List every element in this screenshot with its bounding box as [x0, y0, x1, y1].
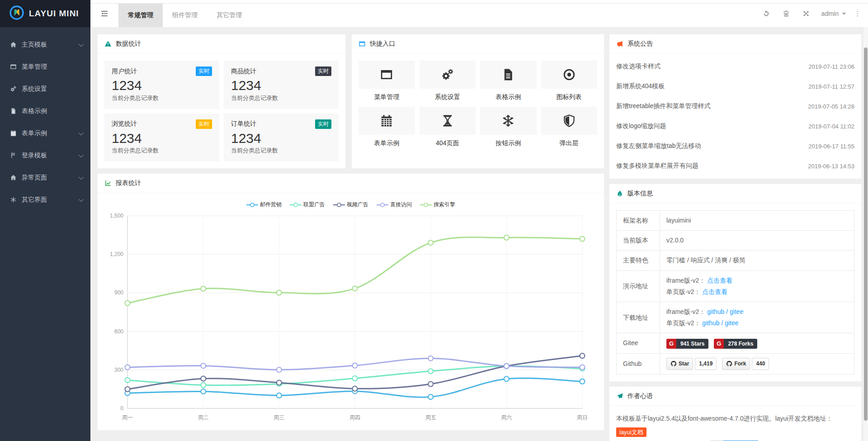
version-link[interactable]: gitee	[725, 319, 738, 327]
tab-1[interactable]: 常规管理	[118, 4, 163, 27]
quick-entry-7[interactable]: 按钮示例	[480, 107, 537, 147]
stat-desc: 当前分类总记录数	[231, 94, 331, 102]
left-column: 数据统计 用户统计实时1234当前分类总记录数商品统计实时1234当前分类总记录…	[97, 34, 604, 441]
sidebar-item-5[interactable]: 表单示例	[0, 122, 90, 144]
stats-grid: 用户统计实时1234当前分类总记录数商品统计实时1234当前分类总记录数浏览统计…	[98, 54, 345, 168]
window-icon	[9, 63, 17, 70]
file-icon	[9, 108, 17, 114]
quick-entry-6[interactable]: 404页面	[420, 107, 476, 147]
quick-entry-label: 弹出层	[541, 139, 598, 147]
announcement-row-6[interactable]: 修复多模块菜单栏展开有问题2019-06-13 14:53	[609, 156, 861, 176]
sidebar-item-label: 表单示例	[22, 129, 47, 138]
stat-card-1: 用户统计实时1234当前分类总记录数	[104, 61, 219, 109]
announcement-date: 2019-07-04 11:02	[808, 123, 854, 130]
legend-marker-icon	[290, 202, 302, 208]
github-button-label: Star	[679, 359, 689, 369]
gitee-badge[interactable]: G278 Forks	[714, 339, 757, 349]
version-header: 版本信息	[609, 184, 861, 204]
fullscreen-icon[interactable]	[796, 0, 816, 27]
quick-entry-5[interactable]: 表单示例	[359, 107, 415, 147]
sidebar-item-7[interactable]: 异常页面	[0, 166, 90, 189]
stat-desc: 当前分类总记录数	[112, 147, 212, 155]
version-row-4: 演示地址iframe版-v2： 点击查看单页版-v2： 点击查看	[617, 270, 854, 302]
legend-item-1[interactable]: 邮件营销	[246, 201, 282, 209]
sidebar-item-6[interactable]: 登录模板	[0, 144, 90, 166]
quick-entry-1[interactable]: 菜单管理	[359, 61, 415, 101]
scrollbar-thumb[interactable]	[864, 47, 868, 421]
username: admin	[821, 10, 839, 17]
github-octocat-icon	[726, 360, 732, 367]
announcement-row-4[interactable]: 修改logo缩放问题2019-07-04 11:02	[609, 116, 861, 136]
trash-icon[interactable]	[776, 0, 796, 27]
version-row-7: GithubStar1,419Fork440	[617, 353, 854, 375]
version-link[interactable]: 点击查看	[707, 277, 732, 284]
version-row-6: GiteeG941 StarsG278 Forks	[617, 333, 854, 353]
announcement-row-1[interactable]: 修改选项卡样式2019-07-11 23:06	[609, 57, 861, 76]
version-link[interactable]: 点击查看	[702, 288, 727, 295]
version-row-label: 下载地址	[617, 302, 660, 333]
announcement-text: 修改选项卡样式	[616, 62, 660, 71]
refresh-icon[interactable]	[756, 0, 776, 27]
version-link[interactable]: github	[702, 319, 719, 327]
user-menu[interactable]: admin	[816, 0, 852, 27]
hourglass-icon	[420, 107, 476, 135]
sidebar-item-8[interactable]: 其它界面	[0, 189, 90, 211]
sidebar-item-1[interactable]: 主页模板	[0, 33, 90, 56]
tab-3[interactable]: 其它管理	[207, 4, 251, 27]
sidebar-item-2[interactable]: 菜单管理	[0, 56, 90, 78]
svg-text:周二: 周二	[198, 414, 209, 421]
stat-label: 用户统计	[112, 67, 137, 76]
svg-text:600: 600	[114, 328, 123, 335]
quick-entry-8[interactable]: 弹出层	[541, 107, 598, 147]
quick-entry-4[interactable]: 图标列表	[541, 61, 598, 101]
announcement-date: 2019-07-05 14:28	[808, 103, 854, 110]
gitee-badge[interactable]: G941 Stars	[666, 339, 708, 349]
announcements-title: 系统公告	[627, 40, 653, 48]
github-count: 440	[752, 358, 769, 370]
version-link[interactable]: github	[707, 308, 724, 315]
legend-item-3[interactable]: 视频广告	[333, 201, 368, 209]
legend-item-4[interactable]: 直接访问	[377, 201, 412, 209]
dot-circle-icon	[541, 61, 598, 89]
legend-item-5[interactable]: 搜索引擎	[420, 201, 455, 209]
gitee-badge-text: 278 Forks	[724, 339, 757, 349]
version-table: 框架名称layuimini当前版本v2.0.0主要特色零门槛 / 响应式 / 清…	[616, 210, 854, 375]
announcement-row-2[interactable]: 新增系统404模板2019-07-11 12:57	[609, 76, 861, 96]
github-badge[interactable]: Star1,419	[666, 358, 717, 370]
stat-card-3: 浏览统计实时1234当前分类总记录数	[104, 114, 219, 162]
quick-entry-3[interactable]: 表格示例	[480, 61, 537, 101]
legend-item-2[interactable]: 联盟广告	[290, 201, 325, 209]
version-link[interactable]: gitee	[730, 308, 743, 315]
legend-marker-icon	[377, 202, 388, 208]
quick-entry-2[interactable]: 系统设置	[420, 61, 476, 101]
stat-value: 1234	[112, 130, 212, 147]
brand[interactable]: LAYUI MINI	[0, 0, 90, 27]
sidebar-item-label: 表格示例	[22, 107, 47, 115]
github-badge[interactable]: Fork440	[722, 358, 769, 370]
header: 常规管理组件管理其它管理 admin ⋮	[90, 0, 868, 27]
announcements-list: 修改选项卡样式2019-07-11 23:06新增系统404模板2019-07-…	[609, 54, 861, 179]
version-row-2: 当前版本v2.0.0	[617, 231, 854, 251]
announcement-text: 修复左侧菜单缩放tab无法移动	[616, 142, 701, 150]
svg-text:周三: 周三	[274, 414, 284, 421]
announcement-row-5[interactable]: 修复左侧菜单缩放tab无法移动2019-06-17 11:55	[609, 136, 861, 156]
sidebar-item-4[interactable]: 表格示例	[0, 100, 90, 122]
window-icon	[359, 40, 366, 47]
layui-doc-badge[interactable]: layui文档	[616, 427, 646, 437]
report-chart: 03006009001,2001,500周一周二周三周四周五周六周日	[101, 210, 593, 424]
quick-entry-title: 快捷入口	[370, 40, 395, 48]
version-row-3: 主要特色零门槛 / 响应式 / 清爽 / 极简	[617, 251, 854, 270]
more-menu-icon[interactable]: ⋮	[852, 9, 863, 18]
stat-desc: 当前分类总记录数	[112, 94, 212, 102]
gears-icon	[420, 61, 476, 89]
sidebar-collapse-button[interactable]	[90, 0, 118, 27]
version-row-1: 框架名称layuimini	[617, 211, 854, 231]
stat-value: 1234	[231, 77, 331, 94]
version-row-value: v2.0.0	[660, 231, 854, 251]
tab-2[interactable]: 组件管理	[163, 4, 207, 27]
link-prefix: iframe版-v2：	[666, 277, 705, 284]
svg-text:周四: 周四	[349, 414, 360, 421]
sidebar-item-3[interactable]: 系统设置	[0, 78, 90, 100]
chevron-down-icon	[79, 130, 84, 135]
announcement-row-3[interactable]: 新增treetable插件和菜单管理样式2019-07-05 14:28	[609, 96, 861, 116]
